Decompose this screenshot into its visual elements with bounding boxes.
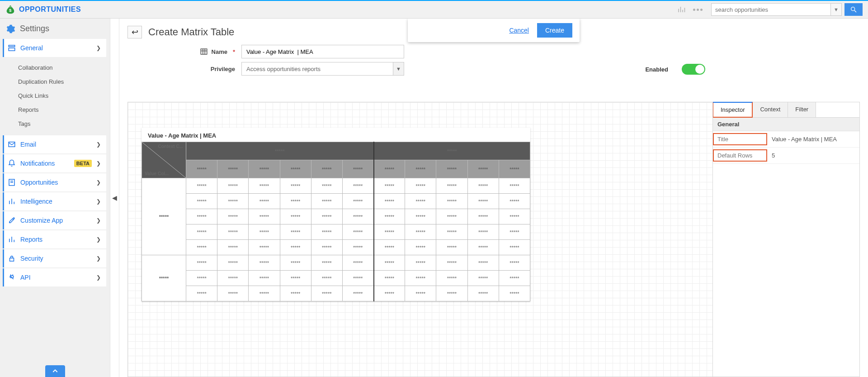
inspector-panel: InspectorContextFilter General TitleValu… bbox=[713, 102, 860, 377]
enabled-group: Enabled bbox=[645, 64, 705, 75]
enabled-label: Enabled bbox=[645, 66, 668, 73]
name-label: Name bbox=[212, 48, 227, 55]
svg-rect-21 bbox=[10, 258, 14, 261]
sidebar-item-opportunities[interactable]: Opportunities❯ bbox=[3, 173, 106, 191]
brand-label: OPPORTUNITIES bbox=[19, 5, 81, 14]
chevron-right-icon: ❯ bbox=[96, 274, 101, 281]
envelope-icon bbox=[8, 140, 16, 148]
privilege-select[interactable]: Access opportunities reports ▼ bbox=[241, 62, 404, 76]
table-icon bbox=[200, 48, 208, 56]
stats-icon[interactable] bbox=[676, 4, 687, 15]
chevron-right-icon: ❯ bbox=[96, 45, 101, 51]
svg-line-6 bbox=[854, 10, 856, 12]
chevron-right-icon: ❯ bbox=[96, 236, 101, 243]
layout-icon bbox=[8, 44, 16, 52]
tools-icon bbox=[8, 216, 16, 224]
sidebar-subitem-tags[interactable]: Tags bbox=[14, 117, 106, 131]
plug-icon bbox=[8, 273, 16, 282]
sidebar-item-general[interactable]: General❯ bbox=[3, 39, 106, 57]
search-input[interactable] bbox=[711, 3, 831, 16]
chevron-right-icon: ❯ bbox=[96, 160, 101, 167]
search-group: ▼ bbox=[711, 3, 863, 16]
sidebar-collapse-toggle[interactable]: ◀ bbox=[110, 19, 119, 377]
page-title: Create Matrix Table bbox=[148, 26, 234, 38]
inspector-section: General bbox=[713, 118, 859, 131]
action-bar: Cancel Create bbox=[408, 19, 580, 42]
sidebar-item-security[interactable]: Security❯ bbox=[3, 249, 106, 267]
inspector-prop-title[interactable]: TitleValue - Age Matrix | MEA bbox=[713, 131, 859, 148]
svg-rect-23 bbox=[201, 49, 207, 54]
search-chevron-icon[interactable]: ▼ bbox=[831, 3, 842, 16]
sidebar-item-email[interactable]: Email❯ bbox=[3, 135, 106, 153]
prop-value: Value - Age Matrix | MEA bbox=[767, 133, 859, 145]
sidebar-item-label: Intelligence bbox=[20, 198, 92, 205]
privilege-label: Privilege bbox=[211, 66, 235, 72]
design-canvas[interactable]: Value - Age Matrix | MEA Context C...Val… bbox=[127, 102, 713, 377]
chevron-right-icon: ❯ bbox=[96, 141, 101, 148]
chevron-right-icon: ❯ bbox=[96, 255, 101, 262]
more-icon[interactable] bbox=[692, 4, 703, 15]
svg-point-5 bbox=[851, 7, 855, 11]
bell-icon bbox=[8, 159, 16, 167]
main: Cancel Create ↩ Create Matrix Table Name… bbox=[119, 19, 868, 377]
brand: $ OPPORTUNITIES bbox=[5, 5, 81, 14]
chevron-up-icon bbox=[52, 367, 59, 375]
svg-rect-22 bbox=[10, 276, 14, 278]
sidebar-item-label: Security bbox=[20, 255, 92, 262]
sidebar-item-label: API bbox=[20, 274, 92, 281]
sidebar-item-customize-app[interactable]: Customize App❯ bbox=[3, 211, 106, 229]
inspector-prop-default-rows[interactable]: Default Rows5 bbox=[713, 148, 859, 164]
sidebar-item-notifications[interactable]: NotificationsBETA❯ bbox=[3, 154, 106, 172]
back-button[interactable]: ↩ bbox=[127, 26, 142, 38]
top-bar: $ OPPORTUNITIES ▼ bbox=[0, 0, 868, 19]
chevron-right-icon: ❯ bbox=[96, 198, 101, 205]
chevron-right-icon: ❯ bbox=[96, 217, 101, 224]
prop-key: Default Rows bbox=[713, 149, 767, 162]
sidebar-subitem-reports[interactable]: Reports bbox=[14, 103, 106, 117]
sidebar-heading: Settings bbox=[0, 19, 110, 37]
svg-point-17 bbox=[13, 218, 14, 219]
sidebar-heading-label: Settings bbox=[20, 24, 49, 33]
inspector-tab-filter[interactable]: Filter bbox=[788, 102, 816, 117]
sidebar-subitem-collaboration[interactable]: Collaboration bbox=[14, 61, 106, 75]
collapse-up-button[interactable] bbox=[45, 365, 65, 377]
sidebar-subitem-duplication-rules[interactable]: Duplication Rules bbox=[14, 75, 106, 89]
chevron-right-icon: ❯ bbox=[96, 179, 101, 186]
chevron-down-icon: ▼ bbox=[393, 62, 404, 75]
search-button[interactable] bbox=[844, 3, 863, 16]
sidebar-subitem-quick-links[interactable]: Quick Links bbox=[14, 89, 106, 103]
matrix-table: Context C...Value Col...****************… bbox=[142, 142, 530, 301]
matrix-card[interactable]: Value - Age Matrix | MEA Context C...Val… bbox=[142, 128, 530, 301]
sidebar-item-label: Email bbox=[20, 141, 92, 148]
enabled-toggle[interactable] bbox=[682, 64, 705, 75]
prop-key: Title bbox=[713, 133, 767, 145]
sidebar-item-api[interactable]: API❯ bbox=[3, 268, 106, 286]
matrix-title: Value - Age Matrix | MEA bbox=[142, 128, 530, 142]
create-button[interactable]: Create bbox=[537, 23, 572, 38]
sidebar-item-label: Customize App bbox=[20, 217, 92, 224]
inspector-tab-context[interactable]: Context bbox=[753, 102, 788, 117]
bars-icon bbox=[8, 197, 16, 205]
beta-badge: BETA bbox=[74, 160, 92, 167]
privilege-value: Access opportunities reports bbox=[242, 66, 393, 72]
prop-value: 5 bbox=[767, 149, 859, 162]
svg-text:$: $ bbox=[9, 8, 12, 13]
sidebar-item-label: Notifications bbox=[20, 160, 68, 167]
lock-icon bbox=[8, 254, 16, 262]
gear-icon bbox=[6, 24, 15, 33]
name-input[interactable] bbox=[241, 45, 404, 58]
svg-rect-8 bbox=[9, 48, 15, 51]
sidebar-item-intelligence[interactable]: Intelligence❯ bbox=[3, 192, 106, 210]
cancel-link[interactable]: Cancel bbox=[509, 27, 529, 34]
sidebar-item-label: Reports bbox=[20, 236, 92, 243]
sidebar-item-label: Opportunities bbox=[20, 179, 92, 186]
inspector-tab-inspector[interactable]: Inspector bbox=[712, 102, 753, 118]
sidebar-item-reports[interactable]: Reports❯ bbox=[3, 230, 106, 248]
sidebar-item-label: General bbox=[20, 44, 92, 52]
svg-rect-7 bbox=[9, 45, 15, 47]
form-icon bbox=[8, 178, 16, 186]
sidebar: Settings General❯CollaborationDuplicatio… bbox=[0, 19, 110, 377]
moneybag-icon: $ bbox=[5, 5, 15, 14]
bars-icon bbox=[8, 235, 16, 243]
